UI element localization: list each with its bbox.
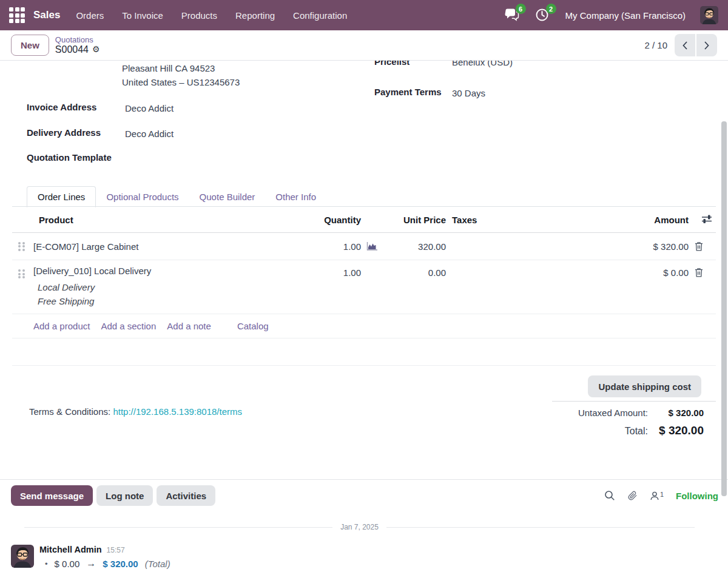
untaxed-amount-value: $ 320.00 — [656, 408, 704, 418]
message-time: 15:57 — [107, 546, 125, 554]
terms-label: Terms & Conditions: — [29, 406, 110, 417]
add-note-link[interactable]: Add a note — [167, 321, 211, 331]
delete-row-icon[interactable] — [695, 267, 716, 277]
nav-item-reporting[interactable]: Reporting — [235, 10, 275, 21]
tracking-arrow-icon: → — [86, 558, 96, 569]
activities-badge: 2 — [546, 4, 556, 14]
update-shipping-cost-button[interactable]: Update shipping cost — [588, 375, 701, 397]
tab-order-lines[interactable]: Order Lines — [27, 186, 96, 207]
bullet-icon: • — [45, 559, 48, 568]
top-navbar: Sales Orders To Invoice Products Reporti… — [0, 0, 728, 30]
message-avatar[interactable] — [11, 545, 34, 568]
cell-unit-price[interactable]: 0.00 — [380, 267, 446, 278]
date-divider-label: Jan 7, 2025 — [340, 523, 379, 531]
chevron-right-icon — [704, 41, 710, 50]
message-author: Mitchell Admin — [39, 545, 102, 554]
followers-icon[interactable]: 1 — [650, 491, 664, 501]
cell-quantity[interactable]: 1.00 — [291, 241, 361, 252]
forecast-chart-icon[interactable] — [366, 241, 380, 251]
pricelist-value[interactable]: Benelux (USD) — [452, 61, 513, 69]
col-quantity[interactable]: Quantity — [291, 215, 361, 225]
gear-icon[interactable]: ⚙ — [92, 45, 100, 54]
invoice-address-label: Invoice Address — [27, 102, 96, 112]
cell-amount: $ 0.00 — [601, 267, 689, 278]
cell-product[interactable]: [E-COM07] Large Cabinet — [30, 241, 291, 252]
table-row: [Delivery_010] Local Delivery Local Deli… — [12, 260, 716, 314]
delivery-address-value[interactable]: Deco Addict — [125, 129, 174, 139]
payment-terms-label: Payment Terms — [374, 87, 442, 97]
nav-menu: Orders To Invoice Products Reporting Con… — [76, 10, 347, 21]
drag-handle-icon[interactable] — [18, 242, 25, 251]
payment-terms-value[interactable]: 30 Days — [452, 88, 485, 98]
tab-optional-products[interactable]: Optional Products — [96, 187, 189, 207]
table-row: [E-COM07] Large Cabinet 1.00 320.00 $ 32… — [12, 233, 716, 260]
cell-product[interactable]: [Delivery_010] Local Delivery — [33, 266, 151, 276]
pager-previous-button[interactable] — [675, 34, 695, 56]
apps-grid-icon[interactable] — [9, 7, 25, 23]
col-unit-price[interactable]: Unit Price — [380, 215, 446, 225]
nav-item-configuration[interactable]: Configuration — [293, 10, 347, 21]
delivery-address-label: Delivery Address — [27, 127, 101, 138]
tab-quote-builder[interactable]: Quote Builder — [189, 187, 266, 207]
messages-badge: 6 — [516, 4, 526, 14]
terms-link[interactable]: http://192.168.5.139:8018/terms — [113, 406, 242, 417]
chevron-left-icon — [682, 41, 688, 50]
add-section-link[interactable]: Add a section — [101, 321, 156, 331]
catalog-link[interactable]: Catalog — [237, 321, 269, 331]
invoice-address-value[interactable]: Deco Addict — [125, 103, 174, 113]
new-button[interactable]: New — [11, 35, 49, 56]
notebook-tabs: Order Lines Optional Products Quote Buil… — [27, 184, 326, 207]
nav-item-orders[interactable]: Orders — [76, 10, 104, 21]
terms-and-conditions: Terms & Conditions: http://192.168.5.139… — [29, 406, 242, 417]
vertical-scrollbar[interactable] — [721, 121, 727, 496]
col-product[interactable]: Product — [30, 215, 291, 225]
customer-address: Pleasant Hill CA 94523 United States – U… — [122, 61, 240, 89]
log-note-button[interactable]: Log note — [96, 485, 153, 506]
send-message-button[interactable]: Send message — [11, 485, 93, 506]
cell-amount: $ 320.00 — [601, 241, 689, 252]
chatter-buttons: Send message Log note Activities — [11, 485, 215, 506]
add-product-link[interactable]: Add a product — [33, 321, 90, 331]
drag-handle-icon[interactable] — [18, 269, 25, 278]
tracking-new-value: $ 320.00 — [103, 559, 138, 569]
tracking-value-change: • $ 0.00 → $ 320.00 (Total) — [39, 558, 170, 569]
delete-row-icon[interactable] — [695, 241, 716, 251]
product-description: Local Delivery Free Shipping — [33, 280, 291, 308]
col-taxes[interactable]: Taxes — [446, 215, 601, 225]
tracking-field-name: (Total) — [145, 559, 170, 569]
nav-item-to-invoice[interactable]: To Invoice — [122, 10, 163, 21]
breadcrumb-quotations[interactable]: Quotations — [55, 36, 100, 44]
totals-panel: Untaxed Amount: $ 320.00 Total: $ 320.00 — [552, 401, 716, 440]
cell-quantity[interactable]: 1.00 — [291, 267, 361, 278]
tracking-old-value: $ 0.00 — [55, 559, 80, 569]
followers-count: 1 — [660, 491, 664, 498]
cell-unit-price[interactable]: 320.00 — [380, 241, 446, 252]
messages-icon[interactable]: 6 — [505, 8, 521, 22]
total-label: Total: — [625, 426, 648, 437]
pager-next-button[interactable] — [696, 34, 717, 56]
nav-item-products[interactable]: Products — [181, 10, 217, 21]
breadcrumb: Quotations S00044 ⚙ — [55, 36, 100, 55]
search-messages-icon[interactable] — [604, 490, 615, 501]
pager-counter: 2 / 10 — [644, 40, 667, 50]
attachments-paperclip-icon[interactable] — [627, 490, 638, 501]
date-divider: Jan 7, 2025 — [24, 523, 695, 531]
sheet-divider — [0, 479, 728, 480]
record-name: S00044 — [55, 44, 89, 55]
table-header: Product Quantity Unit Price Taxes Amount — [12, 207, 716, 233]
chatter-message: Mitchell Admin 15:57 • $ 0.00 → $ 320.00… — [11, 545, 170, 569]
app-name-sales[interactable]: Sales — [33, 9, 60, 21]
company-switcher[interactable]: My Company (San Francisco) — [565, 10, 686, 21]
activities-button[interactable]: Activities — [157, 485, 215, 506]
optional-columns-icon[interactable] — [701, 214, 712, 224]
form-sheet: Pricelist Benelux (USD) Pleasant Hill CA… — [0, 61, 728, 572]
activities-clock-icon[interactable]: 2 — [535, 8, 551, 22]
following-toggle[interactable]: Following — [676, 491, 718, 501]
user-avatar[interactable] — [700, 6, 718, 24]
order-lines-table: Product Quantity Unit Price Taxes Amount — [12, 206, 716, 366]
total-value: $ 320.00 — [656, 424, 704, 437]
col-amount[interactable]: Amount — [601, 215, 689, 225]
tab-other-info[interactable]: Other Info — [265, 187, 326, 207]
untaxed-amount-label: Untaxed Amount: — [578, 408, 648, 418]
chatter-toolbar: 1 Following — [604, 485, 718, 506]
